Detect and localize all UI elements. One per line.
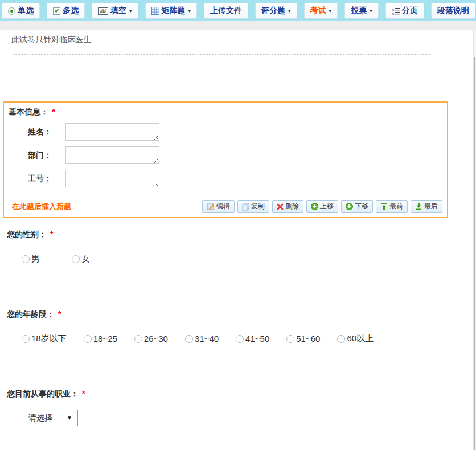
- required-asterisk: *: [52, 107, 55, 116]
- radio-option-female[interactable]: 女: [72, 253, 90, 264]
- move-to-top-icon: [380, 203, 388, 210]
- svg-text:A: A: [392, 7, 395, 11]
- radio-icon[interactable]: [286, 335, 294, 343]
- radio-icon[interactable]: [134, 335, 142, 343]
- field-row-employee-id: 工号：: [28, 170, 442, 187]
- chevron-down-icon: ▾: [188, 9, 191, 14]
- select-value: 请选择: [28, 413, 52, 423]
- move-up-icon: [311, 203, 318, 210]
- copy-icon: [242, 203, 249, 211]
- toolbar-button-upload-file[interactable]: 上传文件: [204, 3, 248, 19]
- delete-x-icon: [277, 203, 284, 210]
- action-label: 上移: [320, 202, 334, 211]
- employee-id-field[interactable]: [65, 170, 159, 187]
- move-first-button[interactable]: 最前: [376, 200, 408, 213]
- toolbar-button-label: 单选: [18, 6, 34, 16]
- question-gender[interactable]: 您的性别：* 男 女: [7, 230, 473, 264]
- svg-text:A: A: [392, 11, 395, 15]
- department-field[interactable]: [65, 146, 159, 164]
- toolbar-button-label: 评分题: [261, 6, 285, 16]
- survey-editor-canvas: 此试卷只针对临床医生 基本信息：* 姓名： 部门： 工号： 在此题后插入新题 编…: [0, 30, 473, 450]
- selected-question-basic-info[interactable]: 基本信息：* 姓名： 部门： 工号： 在此题后插入新题 编辑 复制: [3, 101, 448, 218]
- move-down-button[interactable]: 下移: [341, 200, 373, 213]
- radio-option-male[interactable]: 男: [22, 253, 40, 264]
- radio-option-age-3[interactable]: 31~40: [185, 334, 219, 343]
- option-label: 女: [81, 253, 90, 264]
- radio-option-age-2[interactable]: 26~30: [134, 334, 168, 343]
- survey-intro-note: 此试卷只针对临床医生: [11, 35, 473, 45]
- question-type-toolbar: 单选 多选 abl 填空 ▾ 矩阵题 ▾ 上传文件 评分题 ▾ 考试 ▾ 投票 …: [0, 0, 476, 21]
- toolbar-button-vote[interactable]: 投票 ▾: [344, 3, 379, 19]
- radio-option-age-5[interactable]: 51~60: [286, 334, 320, 343]
- radio-option-age-6[interactable]: 60以上: [337, 333, 374, 344]
- radio-icon[interactable]: [236, 335, 244, 343]
- toolbar-button-multi-choice[interactable]: 多选: [47, 3, 85, 19]
- copy-button[interactable]: 复制: [237, 200, 269, 213]
- table-icon: [151, 7, 159, 15]
- radio-icon[interactable]: [84, 335, 92, 343]
- toolbar-button-rating[interactable]: 评分题 ▾: [255, 3, 297, 19]
- toolbar-button-fill-blank[interactable]: abl 填空 ▾: [92, 3, 138, 19]
- gender-options: 男 女: [22, 253, 473, 264]
- chevron-down-icon: ▾: [370, 9, 372, 14]
- required-asterisk: *: [82, 389, 85, 398]
- field-row-name: 姓名：: [28, 123, 442, 141]
- toolbar-button-label: 上传文件: [210, 6, 242, 16]
- question-title-text: 基本信息：: [9, 107, 48, 116]
- question-title: 基本信息：*: [9, 107, 442, 117]
- radio-icon[interactable]: [72, 255, 80, 263]
- field-label: 工号：: [28, 170, 65, 184]
- scrollbar[interactable]: [474, 57, 475, 450]
- radio-option-age-4[interactable]: 41~50: [236, 334, 269, 343]
- toolbar-button-single-choice[interactable]: 单选: [2, 3, 40, 19]
- toolbar-button-paragraph-note[interactable]: 段落说明: [431, 3, 475, 19]
- intro-dashed-divider: [13, 54, 430, 55]
- move-to-bottom-icon: [415, 203, 422, 210]
- question-divider: [7, 277, 445, 277]
- question-occupation[interactable]: 您目前从事的职业：* 请选择 ▼: [7, 389, 473, 426]
- action-label: 编辑: [216, 202, 230, 211]
- field-label: 部门：: [28, 146, 65, 161]
- toolbar-button-matrix[interactable]: 矩阵题 ▾: [145, 3, 198, 19]
- question-title-text: 您的性别：: [7, 230, 47, 239]
- radio-option-age-1[interactable]: 18~25: [84, 334, 117, 343]
- page-break-icon: AA: [392, 7, 400, 15]
- question-age[interactable]: 您的年龄段：* 18岁以下 18~25 26~30 31~40 41~50: [7, 309, 473, 344]
- action-label: 最前: [389, 202, 403, 211]
- edit-button[interactable]: 编辑: [202, 200, 235, 213]
- toolbar-button-label: 多选: [63, 6, 79, 16]
- radio-icon[interactable]: [22, 335, 30, 343]
- option-label: 男: [31, 253, 40, 264]
- delete-button[interactable]: 删除: [272, 200, 303, 213]
- insert-question-link[interactable]: 在此题后插入新题: [12, 202, 71, 212]
- text-input-icon: abl: [98, 7, 108, 15]
- radio-icon[interactable]: [337, 335, 345, 343]
- dropdown-arrow-icon: ▼: [67, 415, 72, 421]
- question-title-text: 您的年龄段：: [7, 309, 55, 318]
- question-title: 您的年龄段：*: [7, 309, 473, 320]
- toolbar-bottom-strip: [0, 21, 476, 30]
- radio-option-age-0[interactable]: 18岁以下: [22, 333, 67, 344]
- name-field[interactable]: [65, 123, 159, 141]
- move-down-icon: [346, 203, 353, 210]
- radio-icon[interactable]: [22, 255, 30, 263]
- toolbar-button-label: 分页: [402, 6, 418, 16]
- toolbar-button-exam[interactable]: 考试 ▾: [304, 3, 338, 19]
- toolbar-button-label: 矩阵题: [162, 6, 186, 16]
- required-asterisk: *: [50, 230, 53, 239]
- toolbar-button-page-break[interactable]: AA 分页: [385, 3, 424, 19]
- field-row-department: 部门：: [28, 146, 442, 164]
- required-asterisk: *: [58, 309, 61, 318]
- move-last-button[interactable]: 最后: [411, 200, 442, 213]
- question-divider: [7, 357, 445, 357]
- checkbox-icon: [53, 7, 60, 15]
- option-label: 41~50: [245, 334, 269, 343]
- toolbar-button-label: 投票: [351, 6, 367, 16]
- radio-icon[interactable]: [185, 335, 193, 343]
- occupation-select[interactable]: 请选择 ▼: [23, 410, 78, 426]
- toolbar-button-label: 段落说明: [437, 6, 469, 16]
- question-action-bar: 在此题后插入新题 编辑 复制 删除 上移: [9, 200, 442, 213]
- move-up-button[interactable]: 上移: [306, 200, 338, 213]
- option-label: 18~25: [93, 334, 117, 343]
- question-title: 您的性别：*: [7, 230, 473, 240]
